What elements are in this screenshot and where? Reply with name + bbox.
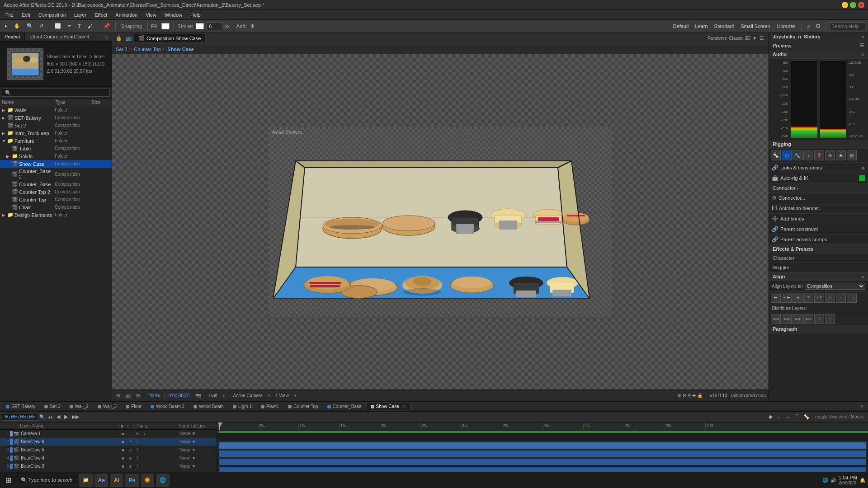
tree-item-showcase[interactable]: 🎬 Show Case Composition [0,160,112,168]
current-time-display[interactable]: 0;00;00;00 [2,413,38,421]
rig-tool-4[interactable]: ↕ [803,150,813,160]
tree-item-table[interactable]: 🎬 Table Composition [0,145,112,152]
tl-btn-right[interactable]: → [784,414,792,420]
project-search-input[interactable] [2,89,110,97]
connector-item[interactable]: ⚙ Connector... [769,193,868,203]
toolbar-arrow[interactable]: ▸ [3,21,10,31]
layer-row-3[interactable]: 3 🎬 BearClaw 5 ☻ ⊕ / None ▼ [0,446,217,454]
align-target-select[interactable]: Composition Selection Layer [805,283,865,290]
rig-tool-6[interactable]: ⊕ [825,150,835,160]
tray-notification[interactable]: 🔔 [860,478,865,483]
toolbar-pen[interactable]: ✒ [65,21,74,31]
tree-item-counterbase[interactable]: 🎬 Counter_Base Composition [0,180,112,188]
layer-row-2[interactable]: 2 🎬 BearClaw 6 ☻ ⊕ / None ▼ [0,438,217,446]
toolbar-default[interactable]: Default [671,21,691,31]
tl-tab-wall2[interactable]: Wall_2 [66,403,93,410]
menu-layer[interactable]: Layer [71,11,90,19]
parent-constraint-item[interactable]: 🔗 Parent constraint [769,224,868,235]
tree-item-set2[interactable]: 🎬 Set 2 Composition [0,122,112,129]
taskbar-ai[interactable]: Ai [110,474,123,487]
tl-btn-key[interactable]: ◆ [767,413,774,420]
taskbar-ps[interactable]: Ps [125,474,139,487]
align-top[interactable]: ⊤ [803,293,813,303]
layer-row-5[interactable]: 5 🎬 BearClaw 3 ☻ ⊕ / None ▼ [0,462,217,470]
autorig-item[interactable]: 🤖 Auto-rig & IK [769,173,868,183]
snap-btn[interactable]: 📷 [194,393,202,399]
track-bar-4[interactable] [219,459,866,465]
tree-item-walls[interactable]: ▶ 📁 Walls Folder [0,106,112,114]
comp-ctrl-reset[interactable]: ⊞ [115,393,121,399]
align-expand[interactable]: » [862,274,864,279]
tree-item-intro[interactable]: ▶ 📁 Intro_Truck.aep Folder [0,129,112,137]
tl-zoom-in[interactable]: 🔍 [39,414,45,419]
tl-tab-wall3[interactable]: Wall_3 [94,403,121,410]
links-constraints-item[interactable]: 🔗 Links & constraints ▶ [769,163,868,173]
tl-close-btn[interactable]: ✕ [857,403,866,410]
align-bottom[interactable]: ⊥ [825,293,835,303]
menu-effect[interactable]: Effect [91,11,111,19]
search-box[interactable]: 🔍 Type here to search [16,476,77,484]
rig-tool-5[interactable]: 📍 [814,150,824,160]
toolbar-add-btn[interactable]: ⊕ [248,21,257,31]
menu-window[interactable]: Window [161,11,186,19]
dist-btn-3[interactable]: ⟺ [793,314,802,324]
toolbar-hand[interactable]: ✋ [12,21,23,31]
toolbar-learn[interactable]: Learn [693,21,710,31]
menu-help[interactable]: Help [187,11,204,19]
tl-tab-setbakery[interactable]: SET-Bakery [2,403,39,410]
comp-ctrl-grid[interactable]: ⊞ [135,393,141,399]
joysticks-expand[interactable]: » [862,34,864,39]
taskbar-ae[interactable]: Ae [94,474,108,487]
breadcrumb-showcase[interactable]: Show Case [167,47,194,52]
toolbar-zoom[interactable]: 🔍 [24,21,35,31]
toolbar-shape[interactable]: ⬜ [52,21,63,31]
view-quality-btn[interactable]: Half [208,393,219,399]
anim-blender-item[interactable]: 🎞 Animation blender... [769,203,868,214]
align-hcenter[interactable]: ⊣⊢ [782,293,792,303]
toolbar-layout[interactable]: ⊞ [814,21,822,31]
align-extra2[interactable]: ↔ [847,293,857,303]
audio-expand[interactable]: » [862,52,864,57]
toolbar-libraries[interactable]: Libraries [774,21,798,31]
maximize-btn[interactable]: □ [850,2,856,8]
zoom-btn[interactable]: 200% [147,393,161,399]
align-vcenter[interactable]: ⊥⊤ [814,293,824,303]
tree-item-countertop2[interactable]: 🎬 Counter Top 2 Composition [0,188,112,196]
dist-btn-1[interactable]: ⟺ [771,314,781,324]
taskbar-chrome[interactable]: 🌐 [156,474,170,487]
comp-ctrl-view[interactable]: 📺 [124,393,132,399]
toolbar-brush[interactable]: 🖌 [85,21,94,31]
view-icons[interactable]: ⊞ ⊠ ⊟ ✚ 🔒 [676,393,704,399]
tl-tab-woodbeam2[interactable]: Wood Beam 2 [146,403,189,410]
tab-effect-controls[interactable]: Effect Controls BearClaw 6 [25,33,94,41]
close-btn[interactable]: ✕ [858,2,864,8]
fill-swatch[interactable] [161,23,170,29]
preview-menu[interactable]: ☰ [860,42,864,48]
tl-tab-counterbase[interactable]: Counter_Base [323,403,366,410]
camera-btn[interactable]: Active Camera [232,393,264,399]
tab-project[interactable]: Project [0,33,25,41]
comp-tab-menu[interactable]: ☰ [757,34,767,42]
menu-view[interactable]: View [142,11,160,19]
tl-btn-left[interactable]: ← [775,414,783,420]
tl-tab-light1[interactable]: Light 1 [229,403,256,410]
tl-tab-set2[interactable]: Set 2 [40,403,64,410]
layer-row-4[interactable]: 4 🎬 BearClaw 4 ☻ ⊕ / None ▼ [0,454,217,462]
layer-row-1[interactable]: 1 📷 Camera 1 ☻ ⊕ / None ▼ [0,430,217,438]
menu-file[interactable]: File [2,11,17,19]
playhead[interactable] [219,422,220,430]
tree-item-counterbase2[interactable]: 🎬 Counter_Base 2 Composition [0,168,112,180]
dist-btn-5[interactable]: ↑ [814,314,824,324]
tl-btn-prev[interactable]: ◀ [55,413,61,420]
toolbar-rotate[interactable]: ↺ [37,21,46,31]
tl-btn-play[interactable]: ▶ [63,413,69,420]
view-count-btn[interactable]: 1 View [274,393,290,399]
dist-btn-2[interactable]: ⟺ [782,314,792,324]
tl-tab-countertop[interactable]: Counter Top [284,403,322,410]
menu-edit[interactable]: Edit [18,11,34,19]
start-btn[interactable]: ⊞ [3,475,14,485]
toolbar-text[interactable]: T [75,21,83,31]
track-bar-2[interactable] [219,442,866,449]
dist-btn-4[interactable]: ⟸ [803,314,813,324]
tl-tab-woodbeam[interactable]: Wood Beam [189,403,228,410]
